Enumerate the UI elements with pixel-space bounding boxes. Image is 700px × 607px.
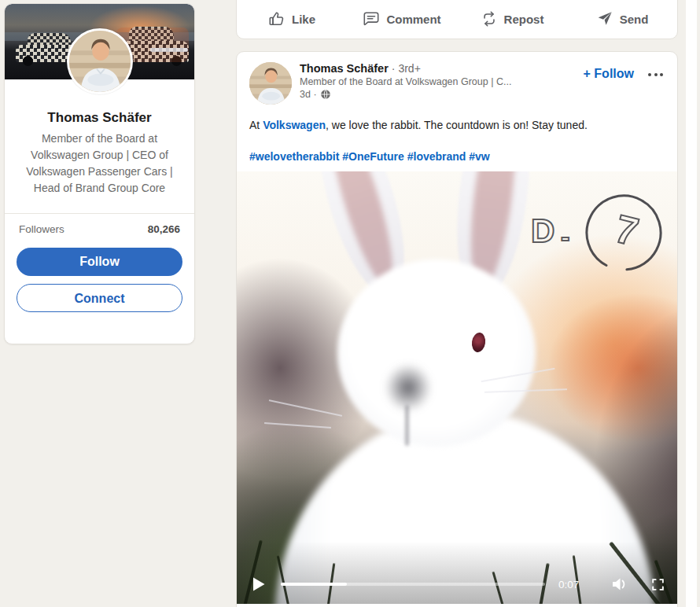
cycle-arrows-icon xyxy=(481,10,498,28)
comment-label: Comment xyxy=(386,13,440,26)
countdown-overlay: D - 7 xyxy=(526,189,669,286)
followers-count: 80,266 xyxy=(148,223,180,235)
scrollbar-track[interactable] xyxy=(686,0,697,607)
countdown-dash-text: - xyxy=(561,222,569,252)
post-author-name[interactable]: Thomas Schäfer · 3rd+ xyxy=(300,62,511,75)
repost-label: Repost xyxy=(504,13,544,26)
video-player[interactable]: D - 7 0:07 xyxy=(237,171,678,604)
profile-name[interactable]: Thomas Schäfer xyxy=(5,110,194,126)
company-link[interactable]: Volkswagen xyxy=(263,119,326,131)
connection-degree: · 3rd+ xyxy=(392,62,421,75)
profile-headline: Member of the Board at Volkswagen Group … xyxy=(5,131,194,197)
post-author-meta: Thomas Schäfer · 3rd+ Member of the Boar… xyxy=(300,62,511,105)
post-author-avatar[interactable] xyxy=(249,62,292,105)
profile-avatar[interactable] xyxy=(67,28,133,94)
rabbit-mouth xyxy=(405,405,409,446)
like-button[interactable]: Like xyxy=(237,0,347,39)
post-header: Thomas Schäfer · 3rd+ Member of the Boar… xyxy=(237,52,677,105)
avatar-photo xyxy=(249,62,292,105)
speaker-icon[interactable] xyxy=(611,576,629,592)
post-timestamp: 3d · xyxy=(300,89,511,100)
post-body-text: At Volkswagen, we love the rabbit. The c… xyxy=(237,117,677,133)
author-name-text: Thomas Schäfer xyxy=(300,62,389,75)
send-button[interactable]: Send xyxy=(567,0,677,39)
send-label: Send xyxy=(620,13,649,26)
repost-button[interactable]: Repost xyxy=(457,0,567,39)
connect-button[interactable]: Connect xyxy=(17,284,182,312)
avatar-photo xyxy=(69,31,131,92)
time-ago-text: 3d · xyxy=(300,89,317,100)
countdown-d-text: D xyxy=(531,212,555,250)
video-controls: 0:07 xyxy=(237,572,678,597)
fullscreen-icon[interactable] xyxy=(650,577,665,592)
post-header-actions: + Follow xyxy=(584,62,665,105)
globe-icon xyxy=(320,89,331,100)
ellipsis-icon[interactable] xyxy=(647,67,665,83)
post-author-headline: Member of the Board at Volkswagen Group … xyxy=(300,76,511,87)
body-rest: , we love the rabbit. The countdown is o… xyxy=(326,119,588,131)
followers-row: Followers 80,266 xyxy=(5,214,194,238)
page: { "colors": { "accent_blue": "#0c66c2", … xyxy=(0,0,700,607)
rabbit-head xyxy=(337,259,536,447)
post-hashtags[interactable]: #welovetherabbit #OneFuture #lovebrand #… xyxy=(237,150,677,163)
paper-plane-icon xyxy=(596,10,613,28)
video-progress-fill xyxy=(281,583,347,586)
follow-button[interactable]: Follow xyxy=(17,248,182,276)
followers-label: Followers xyxy=(19,223,64,235)
like-label: Like xyxy=(292,13,315,26)
post-card: Thomas Schäfer · 3rd+ Member of the Boar… xyxy=(236,51,678,607)
banner-caption-text xyxy=(150,48,188,52)
video-timestamp: 0:07 xyxy=(558,579,579,590)
body-prefix: At xyxy=(249,119,263,131)
social-action-bar: Like Comment Repost xyxy=(237,0,677,39)
video-progress-bar[interactable] xyxy=(281,583,545,586)
comment-button[interactable]: Comment xyxy=(347,0,457,39)
speech-bubble-icon xyxy=(363,10,380,28)
post-follow-link[interactable]: + Follow xyxy=(584,67,634,81)
previous-post-card: Like Comment Repost xyxy=(236,0,678,39)
profile-card: Thomas Schäfer Member of the Board at Vo… xyxy=(4,3,195,344)
play-icon[interactable] xyxy=(250,576,266,593)
thumbs-up-icon xyxy=(268,10,286,28)
